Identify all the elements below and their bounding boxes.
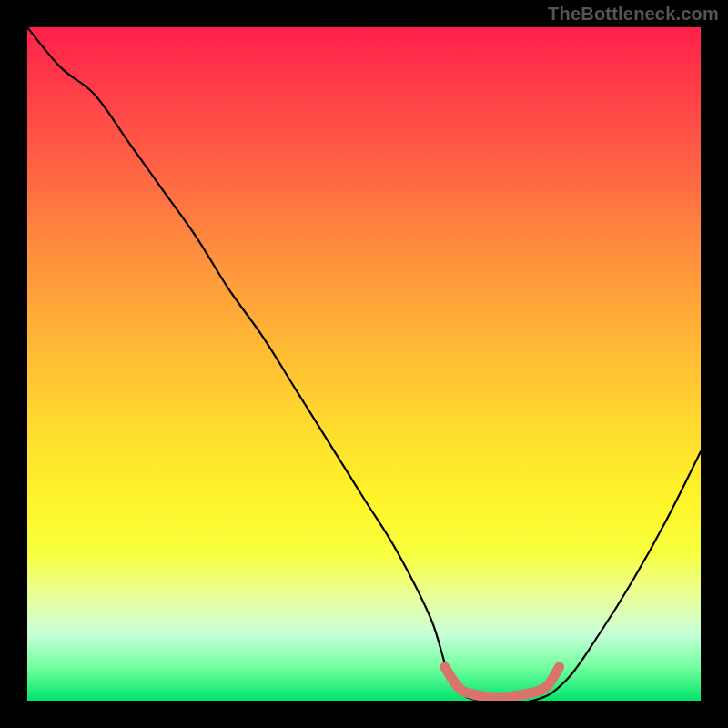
bottleneck-curve-path <box>27 27 701 701</box>
plot-area <box>27 27 701 701</box>
highlight-segment-path <box>445 667 560 697</box>
curve-svg <box>27 27 701 701</box>
watermark-text: TheBottleneck.com <box>548 4 719 25</box>
chart-frame: TheBottleneck.com <box>0 0 728 728</box>
